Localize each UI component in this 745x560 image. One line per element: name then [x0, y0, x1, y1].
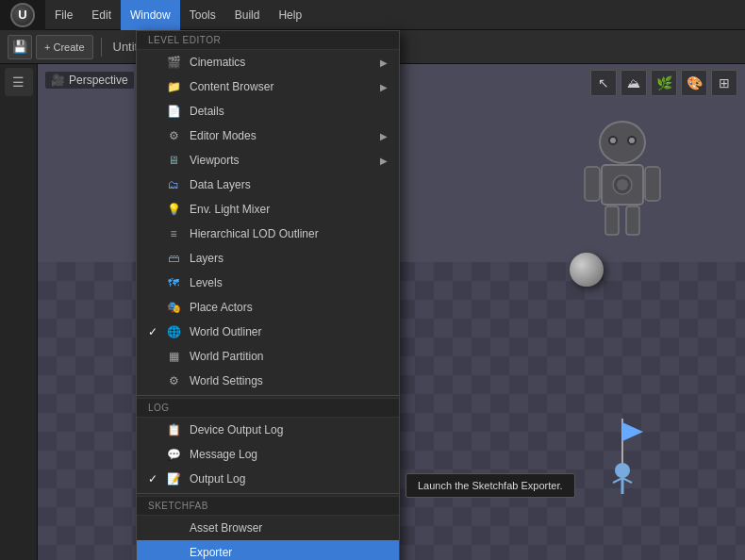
levels-label: Levels [190, 276, 385, 289]
menu-item-world-outliner[interactable]: ✓ 🌐 World Outliner [137, 320, 399, 344]
layers-label: Layers [190, 252, 385, 265]
menu-item-device-output-log[interactable]: 📋 Device Output Log [137, 418, 399, 442]
editor-modes-label: Editor Modes [190, 129, 380, 142]
hierarchical-lod-arrow [385, 229, 388, 239]
menu-item-editor-modes[interactable]: ⚙ Editor Modes ▶ [137, 124, 399, 148]
left-panel-menu-btn[interactable]: ☰ [5, 68, 33, 96]
section-sketchfab: SKETCHFAB [137, 496, 399, 516]
message-log-icon: 💬 [165, 446, 182, 463]
cinematics-label: Cinematics [190, 56, 380, 69]
menu-item-content-browser[interactable]: 📁 Content Browser ▶ [137, 74, 399, 99]
svg-point-0 [600, 122, 645, 163]
place-actors-label: Place Actors [190, 301, 385, 314]
data-layers-check [148, 178, 161, 191]
details-label: Details [190, 105, 385, 118]
vp-foliage-icon[interactable]: 🌿 [651, 70, 677, 96]
section-log: LOG [137, 398, 399, 418]
menu-item-world-settings[interactable]: ⚙ World Settings [137, 369, 399, 393]
levels-icon: 🗺 [165, 274, 182, 291]
world-partition-check [148, 350, 161, 363]
perspective-icon: 🎥 [51, 74, 65, 87]
viewports-check [148, 154, 161, 167]
create-button[interactable]: + Create [36, 35, 93, 59]
menu-bar: File Edit Window Tools Build Help [0, 0, 745, 30]
world-settings-check [148, 374, 161, 387]
exporter-icon [165, 544, 182, 560]
save-button[interactable]: 💾 [8, 35, 32, 59]
menu-edit[interactable]: Edit [82, 0, 121, 30]
svg-rect-10 [605, 206, 619, 235]
vp-paint-icon[interactable]: 🎨 [681, 70, 707, 96]
menu-item-cinematics[interactable]: 🎬 Cinematics ▶ [137, 50, 399, 74]
vp-landscape-icon[interactable]: ⛰ [621, 70, 647, 96]
menu-item-data-layers[interactable]: 🗂 Data Layers [137, 173, 399, 197]
hierarchical-lod-icon: ≡ [165, 225, 182, 242]
menu-item-details[interactable]: 📄 Details [137, 99, 399, 124]
menu-file[interactable]: File [45, 0, 82, 30]
svg-marker-13 [622, 422, 643, 441]
content-browser-icon: 📁 [165, 78, 182, 95]
cinematics-check [148, 56, 161, 69]
details-check [148, 105, 161, 118]
layers-icon: 🗃 [165, 250, 182, 267]
env-light-icon: 💡 [165, 201, 182, 218]
viewports-icon: 🖥 [165, 152, 182, 169]
output-log-icon: 📝 [165, 470, 182, 487]
menu-item-world-partition[interactable]: ▦ World Partition [137, 344, 399, 369]
message-log-label: Message Log [190, 448, 385, 461]
menu-build[interactable]: Build [225, 0, 270, 30]
data-layers-label: Data Layers [190, 178, 385, 191]
details-arrow [385, 107, 388, 117]
asset-browser-arrow [385, 523, 388, 534]
world-outliner-label: World Outliner [190, 325, 385, 338]
menu-item-asset-browser[interactable]: Asset Browser [137, 516, 399, 540]
svg-point-4 [629, 138, 635, 143]
message-log-arrow [385, 450, 388, 460]
cinematics-icon: 🎬 [165, 54, 182, 71]
vp-select-icon[interactable]: ↖ [590, 70, 617, 96]
layers-check [148, 252, 161, 265]
hierarchical-lod-label: Hierarchical LOD Outliner [190, 227, 385, 240]
menu-item-exporter[interactable]: Exporter [137, 540, 399, 560]
world-outliner-arrow [385, 327, 388, 338]
world-settings-label: World Settings [190, 374, 385, 387]
content-browser-check [148, 80, 161, 93]
menu-item-layers[interactable]: 🗃 Layers [137, 246, 399, 271]
world-outliner-check: ✓ [148, 325, 161, 338]
menu-item-output-log[interactable]: ✓ 📝 Output Log [137, 467, 399, 491]
details-icon: 📄 [165, 103, 182, 120]
menu-window[interactable]: Window [121, 0, 180, 30]
asset-browser-check [148, 521, 161, 535]
menu-item-place-actors[interactable]: 🎭 Place Actors [137, 295, 399, 320]
svg-point-7 [617, 179, 628, 190]
menu-item-levels[interactable]: 🗺 Levels [137, 271, 399, 295]
levels-arrow [385, 278, 388, 288]
message-log-check [148, 448, 161, 461]
menu-item-env-light[interactable]: 💡 Env. Light Mixer [137, 197, 399, 222]
menu-item-hierarchical-lod[interactable]: ≡ Hierarchical LOD Outliner [137, 222, 399, 246]
divider-sketchfab [137, 493, 399, 494]
hierarchical-lod-check [148, 227, 161, 240]
sphere-object [570, 253, 604, 287]
exporter-arrow [385, 548, 388, 558]
data-layers-icon: 🗂 [165, 176, 182, 193]
viewport-toolbar: ↖ ⛰ 🌿 🎨 ⊞ [590, 70, 737, 96]
menu-item-message-log[interactable]: 💬 Message Log [137, 442, 399, 467]
editor-modes-check [148, 129, 161, 142]
menu-help[interactable]: Help [269, 0, 311, 30]
viewports-arrow: ▶ [380, 156, 388, 166]
place-actors-arrow [385, 303, 388, 313]
section-level-editor: LEVEL EDITOR [137, 31, 399, 50]
env-light-check [148, 203, 161, 216]
menu-item-viewports[interactable]: 🖥 Viewports ▶ [137, 148, 399, 173]
vp-grid-icon[interactable]: ⊞ [711, 70, 737, 96]
editor-modes-icon: ⚙ [165, 127, 182, 144]
svg-rect-11 [626, 206, 639, 235]
menu-tools[interactable]: Tools [180, 0, 225, 30]
svg-point-3 [610, 138, 616, 143]
output-log-label: Output Log [190, 472, 385, 486]
content-browser-arrow: ▶ [380, 82, 388, 92]
output-log-arrow [385, 474, 388, 485]
world-settings-arrow [385, 376, 388, 387]
device-log-label: Device Output Log [190, 423, 385, 436]
